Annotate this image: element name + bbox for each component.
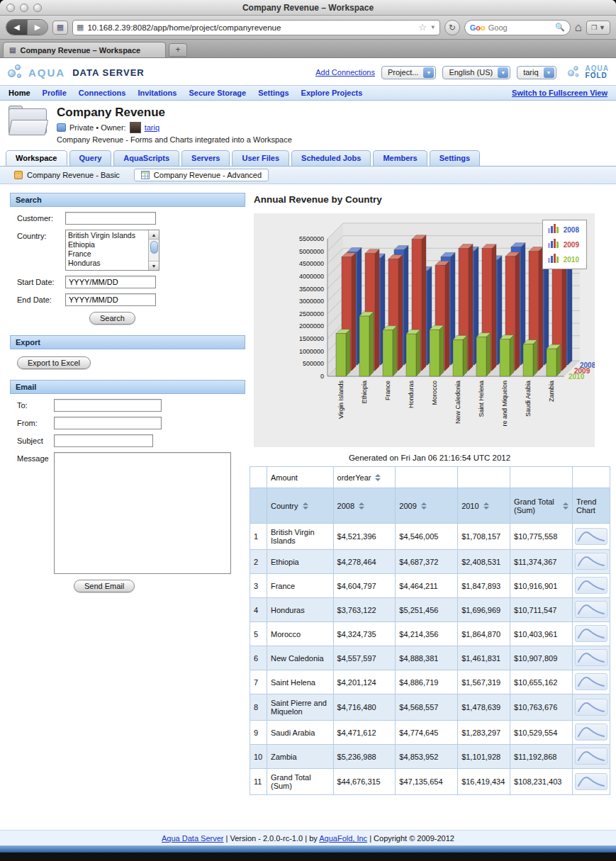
column-header-grand-total-sum[interactable]: Grand Total (Sum) — [510, 488, 573, 524]
nav-item-explore-projects[interactable]: Explore Projects — [301, 89, 363, 97]
column-header-2010[interactable]: 2010 — [458, 488, 510, 524]
owner-link[interactable]: tariq — [145, 123, 159, 132]
subtab-company-revenue-basic[interactable]: Company Revenue - Basic — [7, 169, 127, 181]
bookmark-star-icon[interactable]: ☆ — [418, 22, 427, 33]
url-input[interactable] — [87, 23, 415, 32]
language-dropdown[interactable]: English (US)▼ — [442, 66, 510, 79]
forward-button[interactable]: ▶ — [27, 20, 47, 35]
column-header-orderyear[interactable]: orderYear — [333, 467, 396, 488]
country-option-british-virgin-islands[interactable]: British Virgin Islands — [68, 231, 146, 240]
brand-rest-text: DATA SERVER — [72, 67, 145, 78]
sort-icon[interactable] — [421, 502, 427, 510]
trend-chart-button[interactable] — [575, 673, 607, 690]
minimize-button[interactable] — [20, 4, 28, 12]
zoom-button[interactable] — [33, 4, 42, 12]
sort-icon[interactable] — [303, 502, 308, 510]
email-message-textarea[interactable] — [54, 452, 231, 574]
country-option-honduras[interactable]: Honduras — [68, 259, 146, 268]
cell-amount: $3,763,122 — [333, 598, 396, 622]
trend-chart-button[interactable] — [575, 625, 607, 642]
refresh-icon[interactable]: ↻ — [444, 20, 460, 35]
cell-country: Saint Helena — [267, 670, 333, 694]
trend-chart-button[interactable] — [575, 528, 607, 545]
column-header-label: Amount — [271, 473, 298, 482]
listbox-scrollbar[interactable]: ▲ ▼ — [148, 230, 159, 270]
footer-link-aquafold-inc[interactable]: AquaFold, Inc — [319, 834, 367, 843]
nav-item-profile[interactable]: Profile — [43, 89, 67, 97]
column-header-2008[interactable]: 2008 — [333, 488, 396, 524]
nav-item-connections[interactable]: Connections — [79, 89, 126, 97]
sort-icon[interactable] — [563, 502, 569, 510]
trend-chart-button[interactable] — [575, 553, 607, 570]
footer-link-aqua-data-server[interactable]: Aqua Data Server — [162, 834, 223, 843]
close-button[interactable] — [6, 4, 15, 12]
trend-chart-button[interactable] — [575, 773, 607, 790]
sort-icon[interactable] — [375, 474, 381, 481]
end-date-input[interactable] — [65, 293, 156, 306]
fullscreen-link[interactable]: Switch to Fullscreen View — [512, 89, 607, 97]
tab-scheduled-jobs[interactable]: Scheduled Jobs — [291, 150, 371, 166]
column-header-trend-chart[interactable]: Trend Chart — [572, 488, 610, 524]
email-to-input[interactable] — [54, 399, 162, 412]
home-icon[interactable]: ⌂ — [575, 21, 582, 33]
end-date-label: End Date: — [17, 293, 65, 304]
cell-amount: $4,888,381 — [396, 646, 458, 670]
trend-sparkline-icon — [578, 581, 604, 590]
nav-item-invitations[interactable]: Invitations — [138, 89, 177, 97]
back-button[interactable]: ◀ — [6, 20, 27, 35]
search-icon[interactable]: 🔍 — [555, 23, 565, 32]
bookmark-tile-icon[interactable]: ▦ — [52, 21, 68, 35]
trend-chart-button[interactable] — [575, 577, 607, 594]
project-dropdown[interactable]: Project...▼ — [381, 66, 436, 79]
cell-amount: $4,557,597 — [333, 646, 396, 670]
start-date-input[interactable] — [65, 276, 156, 288]
browser-tab[interactable]: ▤ Company Revenue – Workspace — [3, 42, 166, 57]
email-subject-input[interactable] — [54, 434, 153, 447]
search-button[interactable]: Search — [89, 312, 135, 325]
trend-chart-button[interactable] — [575, 724, 607, 741]
nav-item-secure-storage[interactable]: Secure Storage — [189, 89, 246, 97]
tab-servers[interactable]: Servers — [181, 150, 230, 166]
sort-icon[interactable] — [483, 502, 489, 510]
send-email-button[interactable]: Send Email — [74, 580, 135, 592]
subtab-company-revenue-advanced[interactable]: Company Revenue - Advanced — [134, 169, 269, 181]
web-search-input[interactable] — [488, 23, 552, 32]
nav-item-settings[interactable]: Settings — [258, 89, 289, 97]
add-connections-link[interactable]: Add Connections — [315, 68, 375, 77]
customer-input[interactable] — [65, 212, 156, 225]
tab-user-files[interactable]: User Files — [232, 150, 289, 166]
user-dropdown[interactable]: tariq▼ — [517, 66, 556, 79]
trend-chart-button[interactable] — [575, 748, 607, 765]
country-option-france[interactable]: France — [68, 249, 146, 259]
tab-title: Company Revenue – Workspace — [20, 46, 140, 55]
country-listbox[interactable]: British Virgin IslandsEthiopiaFranceHond… — [65, 230, 159, 271]
tab-settings[interactable]: Settings — [430, 150, 480, 166]
column-header-2009[interactable]: 2009 — [396, 488, 458, 524]
trend-chart-button[interactable] — [575, 699, 607, 716]
tab-query[interactable]: Query — [69, 150, 112, 166]
scroll-down-icon[interactable]: ▼ — [149, 261, 159, 270]
sort-icon[interactable] — [359, 502, 364, 510]
country-option-ethiopia[interactable]: Ethiopia — [68, 240, 146, 249]
tab-aquascripts[interactable]: AquaScripts — [113, 150, 179, 166]
trend-sparkline-icon — [578, 557, 604, 565]
brand-aqua-text: AQUA — [28, 67, 65, 79]
tab-workspace[interactable]: Workspace — [6, 150, 67, 166]
column-header-amount[interactable]: Amount — [267, 467, 333, 488]
email-from-input[interactable] — [54, 417, 162, 429]
scrollbar-thumb[interactable] — [150, 241, 158, 254]
trend-chart-button[interactable] — [575, 649, 607, 666]
chart-caption: Generated on Fri Jan 06 21:16:54 UTC 201… — [250, 454, 610, 462]
column-header-blank — [250, 467, 267, 488]
tab-members[interactable]: Members — [373, 150, 427, 166]
page-tools-button[interactable]: ❒▼ — [586, 21, 610, 35]
column-header-country[interactable]: Country — [267, 488, 333, 524]
export-to-excel-button[interactable]: Export to Excel — [17, 356, 91, 369]
trend-chart-button[interactable] — [575, 601, 607, 618]
app-header: AQUA DATA SERVER Add Connections Project… — [0, 58, 616, 85]
bubbles-icon — [567, 65, 581, 80]
scroll-up-icon[interactable]: ▲ — [149, 230, 159, 240]
nav-item-home[interactable]: Home — [9, 89, 30, 97]
new-tab-button[interactable]: + — [169, 43, 187, 57]
url-dropdown-icon[interactable]: ▼ — [430, 24, 436, 30]
